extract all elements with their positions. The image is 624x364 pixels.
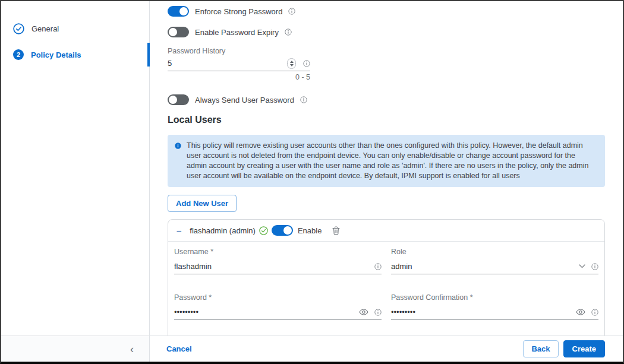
field-label: Username * (174, 248, 382, 257)
username-field: Username * (174, 248, 382, 274)
decrement-icon[interactable] (290, 64, 294, 67)
increment-icon[interactable] (290, 61, 294, 63)
user-card-title: flashadmin (admin) (190, 226, 256, 235)
footer-actions: Cancel Back Create (150, 336, 623, 362)
password-field: Password * (174, 293, 382, 320)
toggle-knob (283, 226, 292, 235)
step-label: General (31, 24, 59, 33)
info-icon[interactable] (591, 263, 598, 270)
local-users-alert: This policy will remove existing user ac… (168, 135, 605, 187)
user-card-header: – flashadmin (admin) Enable (168, 220, 604, 242)
create-button[interactable]: Create (563, 340, 605, 357)
toggle-knob (179, 7, 188, 15)
chevron-down-icon[interactable] (579, 264, 585, 268)
step-complete-check-icon (13, 23, 24, 34)
step-policy-details[interactable]: 2 Policy Details (1, 42, 149, 68)
wizard-footer: ‹ Cancel Back Create (1, 335, 623, 362)
info-icon[interactable] (300, 96, 307, 103)
password-history-input[interactable] (168, 59, 280, 68)
back-button[interactable]: Back (523, 340, 558, 357)
eye-icon[interactable] (576, 309, 585, 315)
number-stepper[interactable] (287, 58, 296, 69)
info-icon[interactable] (374, 309, 382, 316)
valid-check-icon (259, 226, 268, 235)
toggle-label: Enable Password Expiry (195, 28, 279, 37)
sidebar-footer: ‹ (1, 336, 150, 362)
alert-text: This policy will remove existing user ac… (187, 141, 597, 181)
always-send-user-password-toggle[interactable] (168, 94, 189, 105)
local-users-heading: Local Users (168, 115, 605, 125)
field-label: Password * (174, 293, 382, 302)
toggle-knob (169, 96, 177, 104)
enforce-strong-password-row: Enforce Strong Password (168, 6, 605, 17)
password-confirmation-input[interactable] (391, 308, 570, 316)
active-step-indicator (147, 43, 150, 67)
collapse-user-icon[interactable]: – (177, 226, 181, 235)
step-general[interactable]: General (1, 15, 149, 42)
enforce-strong-password-toggle[interactable] (168, 6, 189, 17)
add-new-user-button[interactable]: Add New User (168, 195, 237, 212)
password-input[interactable] (174, 308, 353, 316)
sidebar-collapse-icon[interactable]: ‹ (130, 344, 134, 354)
role-field: Role (391, 248, 598, 274)
field-label: Password Confirmation * (391, 293, 598, 302)
user-enable-toggle[interactable] (272, 225, 293, 236)
info-icon[interactable] (285, 29, 292, 36)
toggle-knob (169, 28, 177, 36)
wizard-steps-sidebar: General 2 Policy Details (1, 1, 150, 335)
field-label: Password History (168, 47, 310, 56)
info-icon[interactable] (374, 263, 382, 270)
alert-info-icon (175, 143, 181, 181)
step-number-badge: 2 (13, 49, 24, 60)
enable-password-expiry-toggle[interactable] (168, 27, 189, 37)
enable-password-expiry-row: Enable Password Expiry (168, 27, 605, 37)
cancel-link[interactable]: Cancel (166, 344, 192, 353)
always-send-user-password-row: Always Send User Password (168, 94, 605, 105)
username-input[interactable] (174, 262, 368, 271)
enable-label: Enable (298, 226, 322, 235)
role-select[interactable] (391, 262, 573, 271)
user-card: – flashadmin (admin) Enable Username * (168, 219, 605, 335)
policy-wizard: General 2 Policy Details Enforce Strong … (0, 0, 624, 364)
step-label: Policy Details (31, 50, 81, 59)
toggle-label: Enforce Strong Password (195, 7, 282, 16)
policy-details-panel: Enforce Strong Password Enable Password … (150, 1, 623, 335)
delete-user-icon[interactable] (332, 226, 340, 235)
user-card-body: Username * Role (168, 242, 604, 335)
info-icon[interactable] (288, 8, 295, 15)
range-hint: 0 - 5 (168, 73, 310, 81)
toggle-label: Always Send User Password (195, 96, 294, 105)
password-confirmation-field: Password Confirmation * (391, 293, 598, 320)
info-icon[interactable] (303, 60, 310, 67)
field-label: Role (391, 248, 598, 257)
eye-icon[interactable] (359, 309, 368, 315)
info-icon[interactable] (591, 309, 598, 316)
password-history-field: Password History 0 - 5 (168, 47, 310, 81)
